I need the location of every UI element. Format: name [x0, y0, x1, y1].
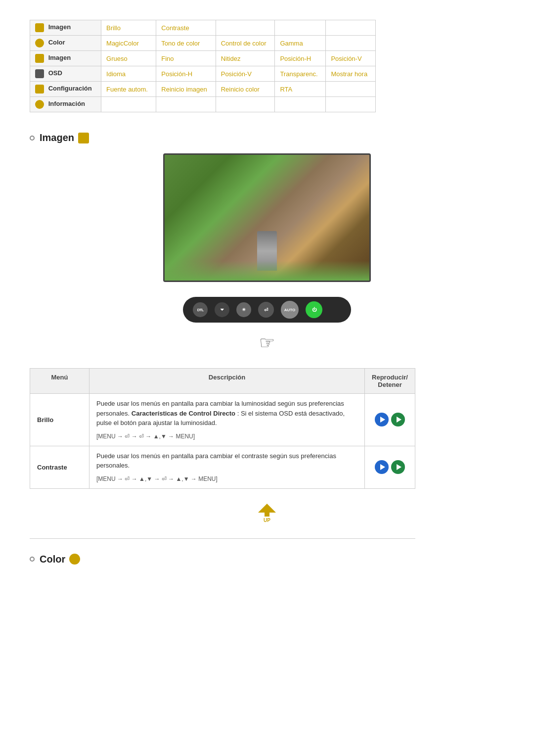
bullet-color-icon — [30, 557, 35, 562]
nav-empty-6c — [216, 97, 275, 112]
nav-item-posV-osd[interactable]: Posición-V — [216, 66, 275, 82]
up-label: UP — [258, 518, 276, 523]
nav-empty-1c — [326, 20, 376, 36]
nav-item-control-color[interactable]: Control de color — [216, 36, 275, 51]
ctrl-enter-button[interactable]: ⏎ — [258, 302, 274, 318]
nav-item-tono[interactable]: Tono de color — [156, 36, 216, 51]
nav-item-fuente[interactable]: Fuente autom. — [101, 82, 156, 97]
nav-empty-1a — [216, 20, 275, 36]
nav-category-label-imagen1: Imagen — [48, 23, 71, 31]
nav-category-label-imagen2: Imagen — [48, 54, 71, 61]
nav-item-brillo[interactable]: Brillo — [101, 20, 156, 36]
play-buttons-contraste — [372, 460, 408, 474]
hand-pointer-icon: ☞ — [30, 332, 504, 353]
menu-label-brillo: Brillo — [30, 394, 89, 446]
ctrl-brightness-button[interactable]: ☀ — [236, 302, 251, 317]
nav-category-info: Información — [30, 97, 101, 112]
nav-item-idioma[interactable]: Idioma — [101, 66, 156, 82]
ctrl-dtl-button[interactable]: DTL — [193, 302, 208, 317]
ctrl-power-button[interactable]: ⏻ — [306, 301, 322, 318]
nav-item-fino[interactable]: Fino — [156, 51, 216, 66]
navigation-table: Imagen Brillo Contraste Color MagicColor… — [30, 20, 376, 112]
nav-item-reinicio-img[interactable]: Reinicio imagen — [156, 82, 216, 97]
desc-brillo: Puede usar los menús en pantalla para ca… — [89, 394, 365, 446]
nav-item-rta[interactable]: RTA — [275, 82, 326, 97]
nav-category-imagen1: Imagen — [30, 20, 101, 36]
up-arrow-stem — [265, 513, 269, 517]
play-btn-green-brillo[interactable] — [391, 413, 405, 426]
nav-item-posH-img[interactable]: Posición-H — [275, 51, 326, 66]
color-icon — [35, 39, 44, 47]
play-buttons-brillo — [372, 413, 408, 426]
ctrl-auto-button[interactable]: AUTO — [281, 301, 299, 319]
buttons-brillo — [365, 394, 415, 446]
desc-brillo-bold: Características de Control Directo — [132, 410, 235, 417]
bullet-icon — [30, 136, 35, 141]
col-header-btns: Reproducir/ Detener — [365, 369, 415, 394]
imagen1-icon — [35, 23, 44, 32]
nav-item-mostrar-hora[interactable]: Mostrar hora — [326, 66, 376, 82]
ctrl-nav-button[interactable]: ⏷ — [215, 302, 229, 317]
up-arrow[interactable]: UP — [258, 504, 276, 523]
nav-item-posV-img[interactable]: Posición-V — [326, 51, 376, 66]
section-divider — [30, 538, 415, 539]
nav-category-label-config: Configuración — [48, 85, 92, 92]
section-color-title: Color — [40, 554, 65, 565]
control-bar: DTL ⏷ ☀ ⏎ AUTO ⏻ — [183, 297, 351, 323]
garden-photo — [163, 153, 371, 282]
nav-category-color: Color — [30, 36, 101, 51]
menu-label-contraste: Contraste — [30, 446, 89, 488]
buttons-contraste — [365, 446, 415, 488]
nav-empty-6e — [326, 97, 376, 112]
nav-item-transparenc[interactable]: Transparenc. — [275, 66, 326, 82]
imagen2-icon — [35, 54, 44, 63]
nav-item-nitidez[interactable]: Nitidez — [216, 51, 275, 66]
play-btn-blue-contraste[interactable] — [375, 460, 389, 474]
section-imagen-title: Imagen — [40, 132, 74, 143]
section-color-heading: Color — [30, 554, 504, 565]
nav-item-reinicio-color[interactable]: Reinicio color — [216, 82, 275, 97]
nav-item-grueso[interactable]: Grueso — [101, 51, 156, 66]
col-header-menu: Menú — [30, 369, 89, 394]
nav-item-magiccolor[interactable]: MagicColor — [101, 36, 156, 51]
section-color-icon — [69, 554, 80, 565]
nav-category-imagen2: Imagen — [30, 51, 101, 66]
section-imagen-heading: Imagen — [30, 132, 504, 143]
nav-category-osd: OSD — [30, 66, 101, 82]
nav-category-config: Configuración — [30, 82, 101, 97]
desc-contraste-nav: [MENU → ⏎ → ▲,▼ → ⏎ → ▲,▼ → MENU] — [96, 474, 357, 483]
info-icon — [35, 100, 44, 109]
desc-contraste: Puede usar los menús en pantalla para ca… — [89, 446, 365, 488]
nav-empty-1b — [275, 20, 326, 36]
nav-category-label-info: Información — [48, 100, 85, 107]
config-icon — [35, 85, 44, 94]
nav-item-posH-osd[interactable]: Posición-H — [156, 66, 216, 82]
section-imagen-icon — [78, 133, 89, 143]
nav-empty-2e — [326, 36, 376, 51]
nav-empty-5e — [326, 82, 376, 97]
desc-contraste-text: Puede usar los menús en pantalla para ca… — [96, 451, 357, 471]
table-row-contraste: Contraste Puede usar los menús en pantal… — [30, 446, 415, 488]
desc-brillo-text: Puede usar los menús en pantalla para ca… — [96, 399, 357, 428]
play-btn-blue-brillo[interactable] — [375, 413, 389, 426]
content-description-table: Menú Descripción Reproducir/ Detener Bri… — [30, 368, 415, 489]
nav-empty-6b — [156, 97, 216, 112]
col-header-desc: Descripción — [89, 369, 365, 394]
nav-empty-6d — [275, 97, 326, 112]
nav-category-label-osd: OSD — [48, 69, 62, 77]
nav-item-contraste[interactable]: Contraste — [156, 20, 216, 36]
desc-brillo-nav: [MENU → ⏎ → ⏎ → ▲,▼ → MENU] — [96, 432, 357, 441]
play-btn-green-contraste[interactable] — [391, 460, 405, 474]
up-arrow-container[interactable]: UP — [30, 504, 504, 523]
nav-category-label-color: Color — [48, 39, 65, 46]
table-row-brillo: Brillo Puede usar los menús en pantalla … — [30, 394, 415, 446]
nav-item-gamma[interactable]: Gamma — [275, 36, 326, 51]
nav-empty-6a — [101, 97, 156, 112]
up-arrow-shape — [258, 504, 276, 513]
osd-icon — [35, 69, 44, 78]
